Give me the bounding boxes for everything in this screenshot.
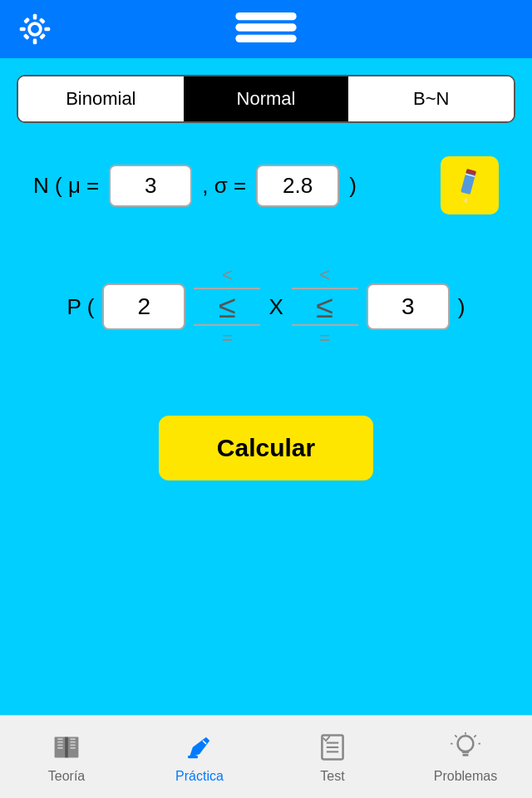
distribution-row: N ( μ = , σ = ): [17, 156, 515, 214]
nav-teoria-label: Teoría: [48, 769, 85, 784]
svg-rect-21: [57, 747, 62, 749]
svg-rect-24: [70, 744, 75, 746]
left-line2: [194, 324, 260, 326]
svg-rect-3: [20, 27, 26, 32]
nav-teoria[interactable]: Teoría: [0, 731, 133, 784]
nav-problemas[interactable]: Problemas: [399, 731, 532, 784]
nav-test-label: Test: [320, 769, 344, 784]
checklist-icon: [316, 731, 349, 764]
nav-practica[interactable]: Práctica: [133, 731, 266, 784]
app-logo: [233, 7, 299, 52]
tab-normal[interactable]: Normal: [184, 76, 349, 121]
svg-rect-5: [23, 17, 30, 24]
svg-rect-36: [462, 753, 468, 756]
svg-marker-13: [463, 197, 468, 203]
left-inequality: < ≤ =: [194, 264, 260, 349]
probability-section: P ( < ≤ = X < ≤ =: [17, 264, 515, 349]
prob-suffix: ): [458, 294, 466, 320]
svg-rect-7: [23, 33, 30, 40]
pencil-button[interactable]: [441, 156, 499, 214]
svg-rect-26: [65, 736, 68, 757]
left-leq: ≤: [219, 291, 236, 323]
mu-input[interactable]: [109, 165, 192, 207]
svg-rect-22: [70, 738, 75, 740]
calcular-button[interactable]: Calcular: [159, 416, 373, 480]
prob-prefix: P (: [67, 294, 95, 320]
book-icon: [50, 731, 83, 764]
svg-rect-19: [57, 741, 62, 742]
header: [0, 0, 532, 58]
lightbulb-icon: [449, 731, 482, 764]
svg-rect-9: [235, 12, 296, 20]
tab-binomial[interactable]: Binomial: [18, 76, 184, 121]
svg-rect-18: [57, 738, 62, 740]
dist-suffix: ): [349, 173, 357, 199]
pencil-write-icon: [183, 731, 216, 764]
gear-icon: [19, 13, 51, 45]
right-inequality: < ≤ =: [292, 264, 358, 349]
svg-rect-28: [188, 756, 198, 758]
sigma-input[interactable]: [256, 165, 339, 207]
nav-test[interactable]: Test: [266, 731, 399, 784]
pencil-icon: [452, 168, 487, 203]
bottom-nav: Teoría Práctica Test: [0, 715, 532, 798]
right-less-than: <: [319, 264, 330, 286]
right-line2: [292, 324, 358, 326]
distribution-tab-selector: Binomial Normal B~N: [17, 75, 515, 123]
svg-rect-11: [235, 35, 296, 42]
dist-separator: , σ =: [202, 173, 246, 199]
left-eq: =: [222, 328, 233, 349]
svg-point-34: [458, 736, 474, 751]
svg-rect-35: [462, 751, 470, 753]
svg-rect-8: [39, 17, 46, 24]
right-leq: ≤: [316, 291, 333, 323]
right-eq: =: [319, 328, 330, 349]
svg-rect-10: [235, 23, 296, 31]
left-value-input[interactable]: [102, 283, 185, 330]
svg-line-40: [456, 735, 456, 736]
svg-rect-23: [70, 741, 75, 742]
svg-marker-27: [190, 737, 209, 757]
right-value-input[interactable]: [367, 283, 450, 330]
nav-problemas-label: Problemas: [434, 769, 497, 784]
x-variable: X: [268, 294, 283, 320]
main-content: N ( μ = , σ = ) P (: [0, 123, 532, 715]
tab-bn[interactable]: B~N: [348, 76, 514, 121]
settings-button[interactable]: [17, 11, 53, 47]
stack-icon: [233, 7, 299, 48]
probability-row: P ( < ≤ = X < ≤ =: [67, 264, 466, 349]
svg-rect-2: [33, 38, 37, 44]
svg-rect-25: [70, 747, 75, 749]
svg-rect-20: [57, 744, 62, 746]
svg-rect-4: [44, 27, 50, 32]
svg-rect-1: [33, 14, 37, 20]
svg-point-0: [29, 23, 41, 35]
nav-practica-label: Práctica: [175, 769, 224, 784]
svg-line-38: [475, 735, 475, 736]
dist-prefix: N ( μ =: [33, 173, 99, 199]
left-less-than: <: [222, 264, 233, 286]
